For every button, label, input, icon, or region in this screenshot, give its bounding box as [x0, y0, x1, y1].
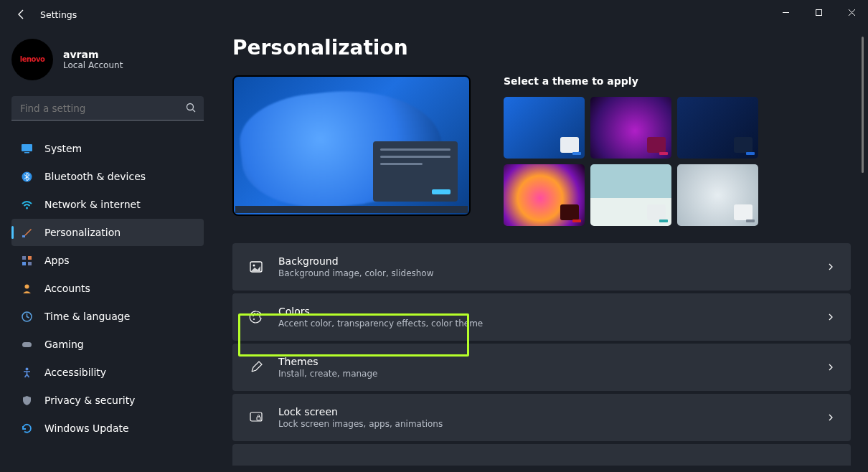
sidebar-item-label: Personalization: [44, 227, 121, 238]
chevron-right-icon: [826, 413, 835, 422]
row-lockscreen[interactable]: Lock screenLock screen images, apps, ani…: [232, 394, 851, 441]
sidebar-item-label: Accounts: [44, 283, 90, 294]
svg-rect-11: [22, 262, 26, 265]
svg-point-7: [26, 207, 28, 209]
svg-rect-9: [22, 256, 26, 260]
sidebar-item-accounts[interactable]: Accounts: [11, 275, 204, 302]
desktop-preview[interactable]: [232, 75, 471, 216]
gamepad-icon: [20, 338, 33, 351]
svg-point-2: [187, 104, 194, 110]
svg-rect-15: [22, 342, 32, 347]
sidebar-item-label: Privacy & security: [44, 395, 135, 406]
row-partial[interactable]: [232, 444, 851, 466]
close-button[interactable]: [835, 0, 868, 24]
row-title: Lock screen: [278, 406, 443, 417]
row-subtitle: Install, create, manage: [278, 369, 377, 379]
avatar-brand: lenovo: [20, 56, 45, 63]
svg-point-19: [253, 315, 254, 316]
theme-thumb-1[interactable]: [504, 97, 585, 159]
preview-window: [373, 141, 458, 202]
image-icon: [248, 259, 264, 275]
main-content: Personalization Select a theme to apply: [215, 29, 868, 472]
sidebar-item-apps[interactable]: Apps: [11, 247, 204, 274]
svg-rect-5: [24, 152, 29, 154]
sidebar-item-personalization[interactable]: Personalization: [11, 219, 204, 246]
theme-thumb-5[interactable]: [590, 164, 671, 226]
accessibility-icon: [20, 366, 33, 379]
account-name: avram: [63, 49, 123, 60]
svg-rect-1: [816, 9, 821, 15]
apps-icon: [20, 254, 33, 267]
svg-line-3: [193, 110, 196, 113]
page-title: Personalization: [232, 36, 851, 60]
row-subtitle: Lock screen images, apps, animations: [278, 419, 443, 429]
clock-globe-icon: [20, 310, 33, 323]
nav-list: System Bluetooth & devices Network & int…: [11, 135, 204, 442]
svg-point-18: [253, 265, 255, 267]
sidebar-item-label: Windows Update: [44, 423, 129, 434]
sidebar-item-label: Network & internet: [44, 199, 141, 210]
search-icon: [185, 102, 197, 113]
sidebar-item-update[interactable]: Windows Update: [11, 415, 204, 442]
row-title: Colors: [278, 306, 483, 317]
person-icon: [20, 282, 33, 295]
avatar: lenovo: [11, 39, 53, 80]
settings-rows: BackgroundBackground image, color, slide…: [232, 243, 851, 463]
bluetooth-icon: [20, 170, 33, 183]
svg-point-22: [253, 318, 255, 320]
scrollbar[interactable]: [862, 37, 864, 173]
row-title: Themes: [278, 356, 377, 367]
svg-point-16: [25, 367, 28, 370]
theme-thumb-3[interactable]: [677, 97, 758, 159]
palette-icon: [248, 309, 264, 325]
sidebar-item-label: Time & language: [44, 311, 130, 322]
preview-taskbar: [235, 206, 468, 213]
maximize-button[interactable]: [802, 0, 835, 24]
lockscreen-icon: [248, 410, 264, 425]
themes-panel: Select a theme to apply: [504, 75, 758, 226]
titlebar: Settings: [0, 0, 868, 29]
row-subtitle: Background image, color, slideshow: [278, 268, 434, 278]
theme-grid: [504, 97, 758, 226]
sidebar-item-gaming[interactable]: Gaming: [11, 331, 204, 358]
sidebar-item-label: System: [44, 143, 82, 154]
chevron-right-icon: [826, 363, 835, 372]
svg-point-13: [24, 284, 29, 288]
account-type: Local Account: [63, 60, 123, 70]
row-themes[interactable]: ThemesInstall, create, manage: [232, 344, 851, 391]
row-subtitle: Accent color, transparency effects, colo…: [278, 318, 483, 329]
svg-rect-8: [22, 235, 25, 237]
svg-rect-24: [257, 417, 260, 420]
pen-icon: [248, 359, 264, 375]
monitor-icon: [20, 142, 33, 155]
search-box[interactable]: [11, 96, 204, 121]
sidebar-item-label: Apps: [44, 255, 70, 266]
paintbrush-icon: [20, 226, 33, 239]
chevron-right-icon: [826, 313, 835, 321]
sidebar-item-label: Gaming: [44, 339, 84, 350]
theme-thumb-2[interactable]: [590, 97, 671, 159]
update-icon: [20, 422, 33, 435]
svg-rect-10: [28, 256, 32, 260]
svg-rect-12: [28, 262, 32, 265]
sidebar-item-system[interactable]: System: [11, 135, 204, 162]
sidebar: lenovo avram Local Account System Blueto…: [0, 29, 215, 442]
hero-area: Select a theme to apply: [232, 75, 851, 226]
sidebar-item-time-language[interactable]: Time & language: [11, 303, 204, 330]
minimize-button[interactable]: [769, 0, 802, 24]
sidebar-item-network[interactable]: Network & internet: [11, 191, 204, 218]
row-background[interactable]: BackgroundBackground image, color, slide…: [232, 243, 851, 291]
theme-thumb-6[interactable]: [677, 164, 758, 226]
svg-point-21: [257, 313, 258, 314]
row-colors[interactable]: ColorsAccent color, transparency effects…: [232, 293, 851, 341]
back-button[interactable]: [13, 6, 30, 23]
account-block[interactable]: lenovo avram Local Account: [11, 39, 204, 80]
shield-icon: [20, 394, 33, 407]
sidebar-item-accessibility[interactable]: Accessibility: [11, 359, 204, 386]
sidebar-item-privacy[interactable]: Privacy & security: [11, 387, 204, 414]
search-input[interactable]: [11, 96, 204, 121]
window-title: Settings: [40, 9, 77, 20]
theme-thumb-4[interactable]: [504, 164, 585, 226]
sidebar-item-bluetooth[interactable]: Bluetooth & devices: [11, 163, 204, 190]
row-title: Background: [278, 255, 434, 267]
